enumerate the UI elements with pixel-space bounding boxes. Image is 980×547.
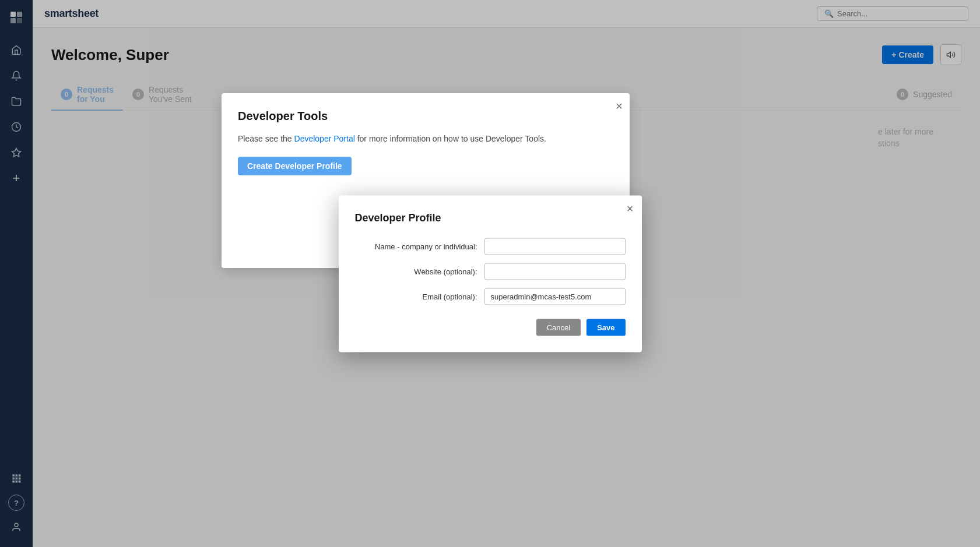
developer-portal-link[interactable]: Developer Portal: [294, 134, 355, 143]
cancel-button[interactable]: Cancel: [536, 319, 581, 336]
create-developer-profile-button[interactable]: Create Developer Profile: [238, 157, 352, 175]
form-actions: Cancel Save: [355, 319, 626, 336]
website-label: Website (optional):: [355, 267, 477, 276]
dev-tools-title: Developer Tools: [238, 110, 613, 123]
email-label: Email (optional):: [355, 292, 477, 301]
website-field-row: Website (optional):: [355, 263, 626, 280]
dev-profile-title: Developer Profile: [355, 211, 626, 224]
website-input[interactable]: [484, 263, 626, 280]
content-area: Welcome, Super + Create 0 Requestsfor Yo…: [33, 28, 980, 547]
dev-profile-close-button[interactable]: ×: [627, 202, 634, 214]
name-label: Name - company or individual:: [355, 242, 477, 250]
main-content: smartsheet 🔍 Welcome, Super + Create: [33, 0, 980, 547]
dev-tools-close-button[interactable]: ×: [616, 100, 623, 112]
save-button[interactable]: Save: [586, 319, 625, 336]
developer-profile-modal: × Developer Profile Name - company or in…: [339, 195, 642, 352]
dev-tools-description: Please see the Developer Portal for more…: [238, 132, 613, 145]
email-input[interactable]: [484, 288, 626, 305]
name-field-row: Name - company or individual:: [355, 238, 626, 255]
email-field-row: Email (optional):: [355, 288, 626, 305]
name-input[interactable]: [484, 238, 626, 255]
